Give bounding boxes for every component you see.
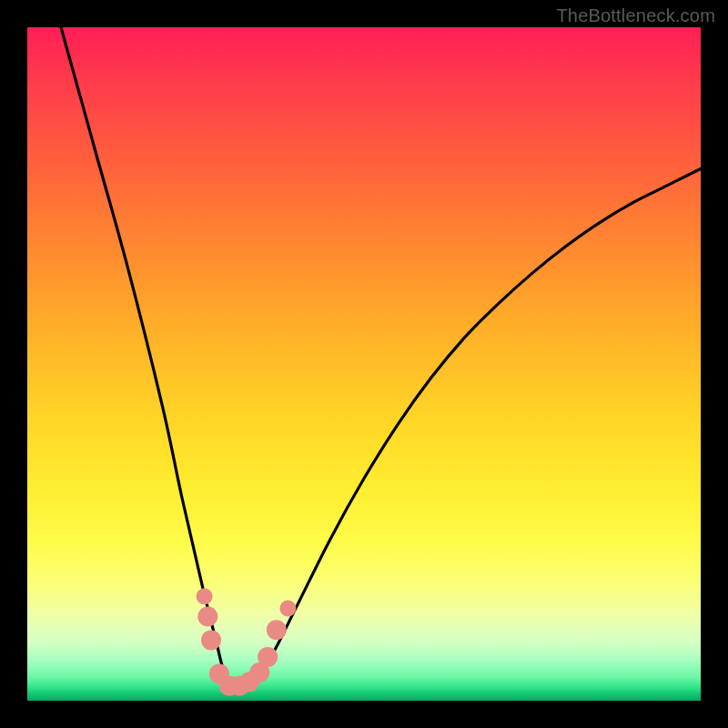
chart-frame: TheBottleneck.com [0, 0, 728, 728]
watermark-text: TheBottleneck.com [556, 5, 715, 26]
trough-marker [197, 588, 213, 604]
trough-marker [201, 630, 221, 650]
trough-marker [267, 620, 287, 640]
trough-marker [197, 607, 217, 627]
trough-marker [279, 601, 296, 617]
bottleneck-curve-path [61, 27, 701, 688]
trough-marker-group [197, 588, 297, 695]
bottleneck-curve [61, 27, 701, 688]
trough-marker [258, 647, 278, 667]
plot-area [27, 27, 701, 701]
curve-layer [27, 27, 701, 701]
